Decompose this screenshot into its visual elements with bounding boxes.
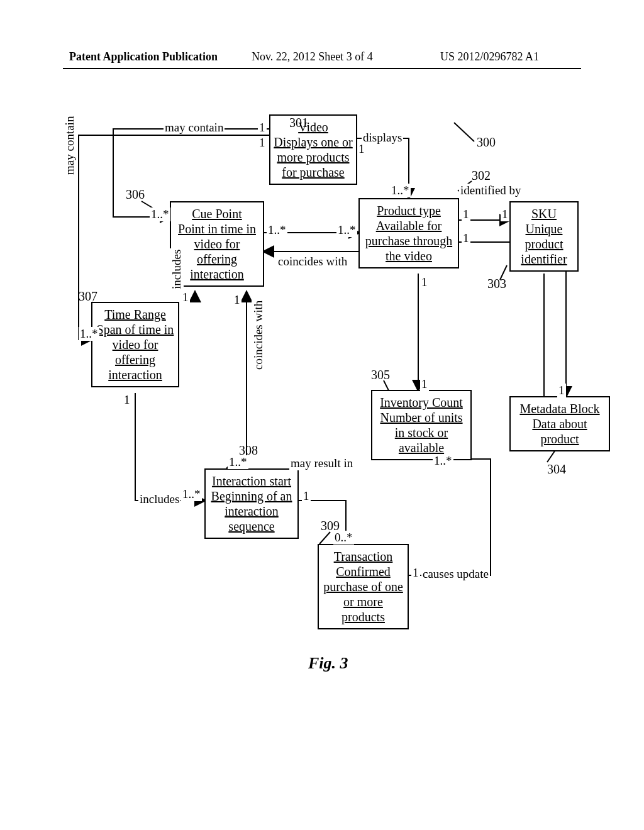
box-tr-title: Time Range [95, 307, 175, 322]
box-is-body: Beginning of an interaction sequence [208, 489, 295, 534]
lbl-displays: displays [362, 131, 403, 145]
ref-300: 300 [477, 135, 496, 150]
m-cue-prod-1: 1..* [267, 223, 287, 237]
lbl-may-contain-2: may contain [63, 115, 77, 176]
lbl-causes-update: causes update [421, 567, 490, 581]
box-interaction-start: Interaction start Beginning of an intera… [204, 468, 299, 539]
header-middle: Nov. 22, 2012 Sheet 3 of 4 [252, 50, 373, 64]
box-product-type: Product type Available for purchase thro… [358, 198, 459, 268]
header-rule [63, 68, 581, 69]
lbl-coincides-with-1: coincides with [277, 255, 348, 268]
box-is-title: Interaction start [208, 473, 295, 489]
m-video-cue-2: 1..* [150, 208, 170, 221]
m-cue-prod-2: 1..* [336, 223, 357, 237]
ref-302: 302 [472, 169, 491, 183]
box-sku-title: SKU [513, 206, 575, 221]
box-inv-body: Number of units in stock or available [375, 410, 468, 455]
ref-303: 303 [487, 277, 506, 291]
box-transaction: Transaction Confirmed purchase of one or… [318, 544, 409, 629]
header-right: US 2012/0296782 A1 [440, 50, 539, 64]
m-video-tr-1: 1 [258, 136, 267, 150]
box-video: Video Displays one or more products for … [269, 114, 357, 185]
lbl-identified-by: identified by [459, 184, 523, 197]
box-video-body: Displays one or more products for purcha… [273, 135, 353, 180]
box-product-body: Available for purchase through the video [362, 218, 455, 263]
box-sku-body: Unique product identifier [513, 221, 575, 267]
m-video-prod-1: 1 [357, 142, 366, 156]
lbl-includes-2: includes [138, 492, 180, 506]
box-metadata-block: Metadata Block Data about product [509, 396, 610, 451]
ref-307: 307 [79, 289, 97, 304]
m-tr-is-2: 1..* [181, 487, 202, 501]
box-meta-body: Data about product [513, 416, 606, 446]
box-product-title: Product type [362, 203, 455, 218]
m-prod-inv-1: 1 [420, 275, 429, 289]
m-tr-cue-1: 1 [181, 290, 190, 304]
m-txn-inv-2: 1..* [433, 454, 453, 468]
box-cue-title: Cue Point [174, 206, 260, 221]
m-prod-inv-2: 1 [420, 377, 429, 391]
ref-308: 308 [239, 443, 258, 458]
ref-305: 305 [371, 368, 390, 382]
box-inventory-count: Inventory Count Number of units in stock… [371, 390, 472, 460]
lbl-may-contain-1: may contain [164, 121, 225, 135]
ref-306: 306 [126, 187, 145, 202]
ref-304: 304 [547, 462, 566, 477]
m-prod-meta-1: 1 [462, 231, 470, 245]
box-video-title: Video [273, 119, 353, 135]
diagram-canvas: Video Displays one or more products for … [69, 107, 575, 767]
m-video-cue-1: 1 [258, 121, 267, 135]
lbl-may-result-in: may result in [289, 456, 354, 470]
ref-301: 301 [289, 116, 308, 130]
box-meta-title: Metadata Block [513, 401, 606, 416]
m-txn-inv-1: 1 [411, 566, 420, 580]
ref-309: 309 [321, 519, 340, 533]
m-video-prod-2: 1..* [390, 184, 411, 197]
box-time-range: Time Range Span of time in video for off… [91, 302, 179, 387]
box-cue-point: Cue Point Point in time in video for off… [170, 201, 264, 287]
lbl-coincides-with-2: coincides with [252, 299, 265, 371]
box-txn-body: Confirmed purchase of one or more produc… [321, 564, 405, 624]
m-is-cue-2: 1 [233, 293, 242, 307]
m-prod-sku-2: 1 [501, 208, 509, 221]
box-inv-title: Inventory Count [375, 395, 468, 410]
box-txn-title: Transaction [321, 549, 405, 564]
m-is-txn-1: 1 [302, 489, 311, 503]
lbl-includes-1: includes [170, 248, 184, 290]
header-left: Patent Application Publication [69, 50, 218, 64]
m-prod-sku-1: 1 [462, 208, 470, 221]
box-cue-body: Point in time in video for offering inte… [174, 221, 260, 282]
box-tr-body: Span of time in video for offering inter… [95, 322, 175, 382]
box-sku: SKU Unique product identifier [509, 201, 579, 272]
m-video-tr-2: 1..* [79, 327, 99, 341]
figure-label: Fig. 3 [308, 654, 348, 673]
m-tr-is-1: 1 [123, 393, 131, 407]
m-prod-meta-2: 1 [557, 384, 566, 397]
